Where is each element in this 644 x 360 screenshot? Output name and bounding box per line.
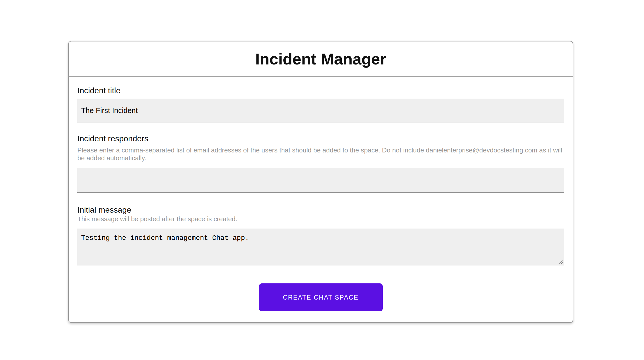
incident-responders-helper-text: Please enter a comma-separated list of e…	[77, 146, 564, 162]
card-body: Incident title Incident responders Pleas…	[69, 86, 573, 311]
initial-message-field-wrap: Testing the incident management Chat app…	[77, 229, 564, 266]
incident-manager-card: Incident Manager Incident title Incident…	[68, 41, 573, 323]
incident-responders-label: Incident responders	[77, 134, 564, 143]
app-title: Incident Manager	[255, 50, 386, 68]
incident-title-input[interactable]	[77, 99, 564, 123]
incident-responders-input[interactable]	[77, 168, 564, 193]
initial-message-textarea[interactable]: Testing the incident management Chat app…	[77, 229, 564, 266]
button-row: CREATE CHAT SPACE	[77, 283, 564, 311]
incident-title-label: Incident title	[77, 86, 564, 95]
initial-message-helper-text: This message will be posted after the sp…	[77, 215, 564, 223]
initial-message-label: Initial message	[77, 205, 564, 215]
card-header: Incident Manager	[69, 41, 573, 77]
create-chat-space-button[interactable]: CREATE CHAT SPACE	[259, 283, 383, 311]
